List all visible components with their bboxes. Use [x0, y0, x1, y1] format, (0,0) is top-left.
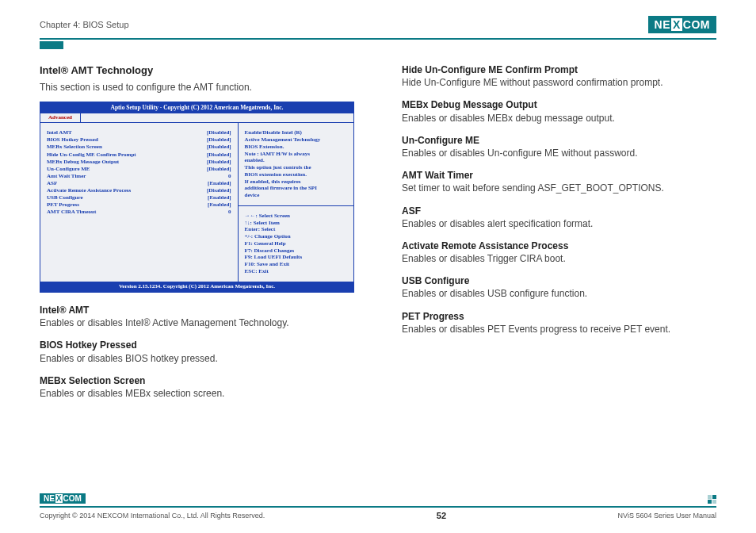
doc-item-desc: Hide Un-Configure ME without password co… [402, 76, 716, 89]
bios-setting-row: MEBx Debug Message Output[Disabled] [47, 159, 231, 166]
doc-item: Intel® AMTEnables or disables Intel® Act… [40, 304, 354, 329]
bios-setting-row: USB Configure[Enabled] [47, 194, 231, 201]
bios-setting-row: Activate Remote Assistance Process[Disab… [47, 187, 231, 194]
doc-item: Hide Un-Configure ME Confirm PromptHide … [402, 63, 716, 89]
bios-help-line: Enable/Disable Intel (R) [245, 129, 347, 136]
bios-setting-row: ASF[Enabled] [47, 180, 231, 187]
bios-help-line: This option just controls the [245, 164, 347, 171]
page-header: Chapter 4: BIOS Setup NEXCOM [40, 16, 716, 33]
doc-item-label: ASF [402, 205, 716, 217]
bios-key-line: F7: Discard Changes [245, 247, 347, 255]
page-number: 52 [437, 511, 446, 520]
doc-item-label: MEBx Selection Screen [40, 374, 354, 387]
bios-help-line: enabled. [245, 157, 347, 164]
bios-help-line: device [245, 192, 347, 199]
bios-help-panel: Enable/Disable Intel (R)Active Managemen… [239, 123, 353, 206]
doc-item-desc: Enables or disables MEBx debug message o… [402, 112, 716, 125]
section-title: Intel® AMT Technology [40, 63, 354, 78]
doc-item: ASFEnables or disables alert specificati… [402, 205, 716, 230]
bios-setting-row: Intel AMT[Disabled] [47, 129, 231, 136]
doc-item-desc: Enables or disables MEBx selection scree… [40, 387, 354, 400]
bios-setting-row: AMT CIRA Timeout0 [47, 209, 231, 216]
bios-help-line: Active Management Technology [245, 136, 347, 144]
page-footer: NEXCOM Copyright © 2014 NEXCOM Internati… [40, 493, 716, 520]
bios-help-line: BIOS extension execution. [245, 171, 347, 178]
side-tab-mark [40, 41, 63, 49]
doc-item-desc: Enables or disables USB configure functi… [402, 287, 716, 300]
doc-item: Activate Remote Assistance ProcessEnable… [402, 240, 716, 265]
bios-tab-advanced: Advanced [40, 113, 81, 122]
bios-key-line: F9: Load UEFI Defaults [245, 254, 347, 261]
section-intro: This section is used to configure the AM… [40, 81, 354, 94]
bios-key-line: F10: Save and Exit [245, 261, 347, 268]
bios-keys-panel: →←: Select Screen↑↓: Select ItemEnter: S… [239, 206, 353, 282]
bios-help-line: additional firmware in the SPI [245, 185, 347, 192]
doc-item: PET ProgressEnables or disables PET Even… [402, 310, 716, 336]
footer-rule [40, 506, 716, 508]
footer-copyright: Copyright © 2014 NEXCOM International Co… [40, 512, 265, 520]
doc-item: MEBx Debug Message OutputEnables or disa… [402, 98, 716, 124]
doc-item: USB ConfigureEnables or disables USB con… [402, 274, 716, 300]
bios-setting-row: BIOS Hotkey Pressed[Disabled] [47, 136, 231, 144]
doc-item-desc: Enables or disables Intel® Active Manage… [40, 316, 354, 329]
bios-key-line: F1: General Help [245, 240, 347, 247]
bios-tab-row: Advanced [40, 113, 353, 123]
bios-settings-panel: Intel AMT[Disabled]BIOS Hotkey Pressed[D… [40, 123, 239, 281]
right-column: Hide Un-Configure ME Confirm PromptHide … [402, 63, 716, 409]
doc-item-desc: Set timer to wait before sending ASF_GET… [402, 182, 716, 194]
doc-item-label: USB Configure [402, 274, 716, 287]
left-column: Intel® AMT Technology This section is us… [40, 63, 354, 409]
doc-item-desc: Enables or disables Trigger CIRA boot. [402, 252, 716, 265]
doc-item: BIOS Hotkey PressedEnables or disables B… [40, 339, 354, 364]
bios-setting-row: MEBx Selection Screen[Disabled] [47, 144, 231, 151]
bios-key-line: →←: Select Screen [245, 213, 347, 220]
doc-item-label: MEBx Debug Message Output [402, 98, 716, 111]
bios-setting-row: Amt Wait Timer0 [47, 173, 231, 180]
doc-item-label: AMT Wait Timer [402, 169, 716, 182]
bios-screenshot: Aptio Setup Utility - Copyright (C) 2012… [40, 102, 354, 293]
doc-item-label: Activate Remote Assistance Process [402, 240, 716, 252]
bios-key-line: Enter: Select [245, 226, 347, 233]
doc-item-label: Intel® AMT [40, 304, 354, 316]
bios-setting-row: PET Progress[Enabled] [47, 201, 231, 209]
header-rule [40, 38, 716, 40]
bios-key-line: ESC: Exit [245, 268, 347, 275]
bios-help-line: Note : iAMT H/W is always [245, 151, 347, 158]
footer-ornament [708, 495, 716, 504]
bios-help-line: BIOS Extension. [245, 144, 347, 151]
doc-item-desc: Enables or disables alert specification … [402, 217, 716, 230]
doc-item-desc: Enables or disables Un-configure ME with… [402, 147, 716, 159]
doc-item-desc: Enables or disables BIOS hotkey pressed. [40, 352, 354, 365]
bios-title-bar: Aptio Setup Utility - Copyright (C) 2012… [40, 102, 353, 113]
doc-item-label: BIOS Hotkey Pressed [40, 339, 354, 351]
doc-item-label: Un-Configure ME [402, 134, 716, 147]
bios-setting-row: Hide Un-Config ME Confirm Prompt[Disable… [47, 151, 231, 159]
bios-key-line: ↑↓: Select Item [245, 220, 347, 227]
brand-logo: NEXCOM [648, 16, 716, 33]
doc-item-desc: Enables or disables PET Events progress … [402, 323, 716, 336]
doc-item: AMT Wait TimerSet timer to wait before s… [402, 169, 716, 194]
bios-help-line: If enabled, this requires [245, 178, 347, 186]
doc-item: MEBx Selection ScreenEnables or disables… [40, 374, 354, 400]
bios-setting-row: Un-Configure ME[Disabled] [47, 166, 231, 173]
footer-logo: NEXCOM [40, 493, 86, 504]
footer-series: NViS 5604 Series User Manual [618, 512, 716, 520]
chapter-label: Chapter 4: BIOS Setup [40, 20, 129, 29]
doc-item: Un-Configure MEEnables or disables Un-co… [402, 134, 716, 159]
bios-footer-bar: Version 2.15.1234. Copyright (C) 2012 Am… [40, 282, 353, 292]
bios-key-line: +/-: Change Option [245, 233, 347, 240]
doc-item-label: PET Progress [402, 310, 716, 323]
doc-item-label: Hide Un-Configure ME Confirm Prompt [402, 63, 716, 76]
